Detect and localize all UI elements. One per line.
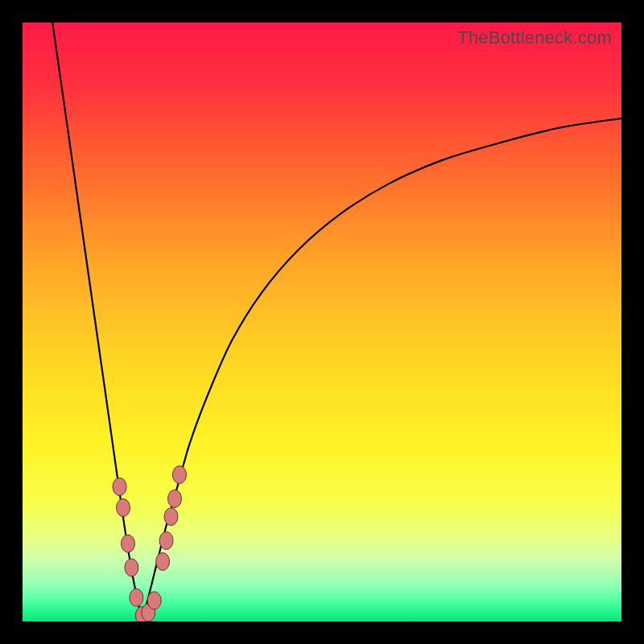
data-marker — [156, 553, 170, 571]
curve-left-branch — [52, 23, 142, 621]
data-marker — [159, 532, 173, 550]
marker-group — [113, 466, 186, 621]
data-marker — [125, 559, 138, 576]
data-marker — [172, 466, 186, 484]
data-marker — [113, 478, 126, 496]
watermark-text: TheBottleneck.com — [457, 27, 612, 48]
data-marker — [116, 499, 130, 517]
plot-area: TheBottleneck.com — [23, 23, 621, 621]
data-marker — [147, 592, 161, 609]
outer-frame: TheBottleneck.com — [0, 0, 644, 644]
data-marker — [164, 508, 178, 526]
data-marker — [167, 489, 181, 507]
curve-right-branch — [142, 118, 621, 621]
curve-layer — [23, 23, 621, 621]
data-marker — [121, 535, 134, 552]
data-marker — [130, 588, 143, 606]
